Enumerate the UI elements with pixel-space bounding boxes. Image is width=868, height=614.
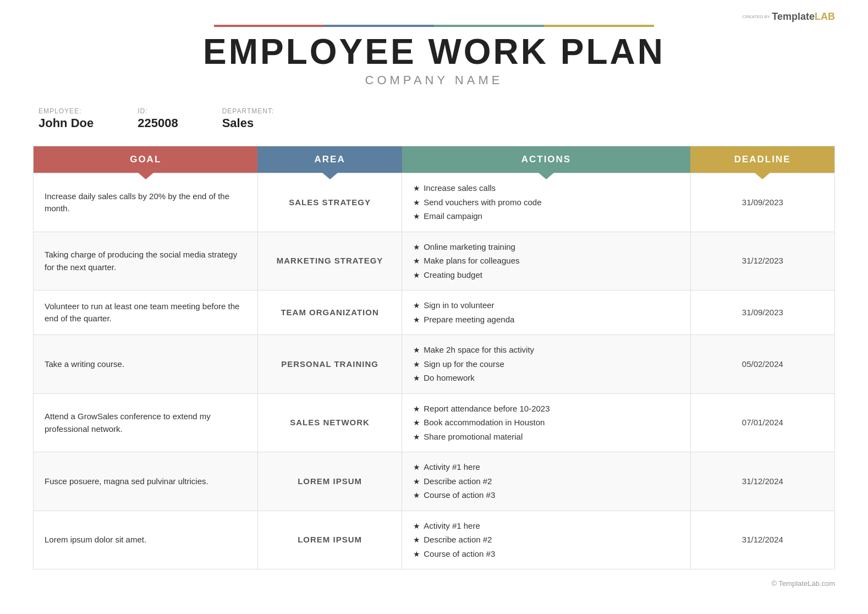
cell-area: PERSONAL TRAINING <box>257 335 402 394</box>
id-label: ID: <box>138 107 178 115</box>
star-icon: ★ <box>413 403 420 415</box>
action-item: ★Send vouchers with promo code <box>413 196 679 209</box>
action-item: ★Make 2h space for this activity <box>413 344 679 357</box>
deco-line-red <box>214 25 324 27</box>
action-text: Describe action #2 <box>424 534 492 546</box>
action-text: Email campaign <box>424 210 482 223</box>
cell-actions: ★Increase sales calls★Send vouchers with… <box>402 173 691 232</box>
action-text: Online marketing training <box>424 241 515 254</box>
cell-goal: Lorem ipsum dolor sit amet. <box>34 511 258 569</box>
deco-line-teal <box>434 25 544 27</box>
table-row: Attend a GrowSales conference to extend … <box>34 393 835 452</box>
cell-deadline: 07/01/2024 <box>690 393 834 452</box>
action-text: Course of action #3 <box>424 548 495 561</box>
id-block: ID: 225008 <box>138 107 178 130</box>
star-icon: ★ <box>413 255 420 267</box>
cell-actions: ★Activity #1 here★Describe action #2★Cou… <box>402 511 691 569</box>
star-icon: ★ <box>413 476 420 487</box>
action-item: ★Share promotional material <box>413 431 679 443</box>
cell-deadline: 05/02/2024 <box>690 335 834 394</box>
star-icon: ★ <box>413 549 420 560</box>
cell-deadline: 31/09/2023 <box>690 290 834 335</box>
star-icon: ★ <box>413 359 420 370</box>
work-plan-table: GOAL AREA ACTIONS DEADLINE Increase dail… <box>33 146 835 569</box>
star-icon: ★ <box>413 462 420 473</box>
action-text: Creating budget <box>424 269 482 282</box>
action-item: ★Describe action #2 <box>413 475 679 488</box>
action-item: ★Increase sales calls <box>413 182 679 195</box>
action-item: ★Make plans for colleagues <box>413 255 679 267</box>
logo-brand-part1: Template <box>772 11 815 22</box>
star-icon: ★ <box>413 242 420 253</box>
department-value: Sales <box>222 116 274 130</box>
department-block: DEPARTMENT: Sales <box>222 107 274 130</box>
cell-actions: ★Activity #1 here★Describe action #2★Cou… <box>402 452 691 511</box>
action-item: ★Prepare meeting agenda <box>413 314 679 326</box>
star-icon: ★ <box>413 344 420 356</box>
action-text: Share promotional material <box>424 431 523 443</box>
employee-label: EMPLOYEE: <box>39 107 94 115</box>
cell-deadline: 31/12/2023 <box>690 232 834 290</box>
cell-area: LOREM IPSUM <box>257 511 402 569</box>
action-text: Do homework <box>424 372 475 385</box>
employee-info: EMPLOYEE: John Doe ID: 225008 DEPARTMENT… <box>33 107 835 130</box>
table-header-row: GOAL AREA ACTIONS DEADLINE <box>34 146 835 173</box>
action-text: Make 2h space for this activity <box>424 344 534 357</box>
star-icon: ★ <box>413 211 420 222</box>
cell-actions: ★Make 2h space for this activity★Sign up… <box>402 335 691 394</box>
action-item: ★Activity #1 here <box>413 520 679 533</box>
action-text: Make plans for colleagues <box>424 255 519 267</box>
footer-text: © TemplateLab.com <box>771 579 835 588</box>
action-item: ★Course of action #3 <box>413 548 679 561</box>
table-row: Increase daily sales calls by 20% by the… <box>34 173 835 232</box>
logo-created-by: CREATED BY <box>743 15 771 19</box>
action-item: ★Describe action #2 <box>413 534 679 546</box>
logo-brand: TemplateLAB <box>772 11 835 23</box>
action-text: Report attendance before 10-2023 <box>424 403 550 415</box>
cell-goal: Taking charge of producing the social me… <box>34 232 258 290</box>
action-text: Send vouchers with promo code <box>424 196 541 209</box>
action-item: ★Course of action #3 <box>413 489 679 502</box>
action-text: Activity #1 here <box>424 461 480 474</box>
action-text: Describe action #2 <box>424 475 492 488</box>
action-item: ★Activity #1 here <box>413 461 679 474</box>
table-row: Taking charge of producing the social me… <box>34 232 835 290</box>
action-text: Increase sales calls <box>424 182 496 195</box>
star-icon: ★ <box>413 270 420 281</box>
decorative-lines <box>33 25 835 27</box>
header-area: AREA <box>257 146 402 173</box>
cell-goal: Attend a GrowSales conference to extend … <box>34 393 258 452</box>
action-text: Sign up for the course <box>424 358 504 371</box>
star-icon: ★ <box>413 431 420 443</box>
action-item: ★Sign up for the course <box>413 358 679 371</box>
action-item: ★Sign in to volunteer <box>413 299 679 312</box>
action-item: ★Book accommodation in Houston <box>413 416 679 429</box>
cell-area: LOREM IPSUM <box>257 452 402 511</box>
cell-goal: Increase daily sales calls by 20% by the… <box>34 173 258 232</box>
cell-deadline: 31/12/2024 <box>690 511 834 569</box>
action-item: ★Email campaign <box>413 210 679 223</box>
table-row: Fusce posuere, magna sed pulvinar ultric… <box>34 452 835 511</box>
star-icon: ★ <box>413 490 420 501</box>
employee-value: John Doe <box>39 116 94 130</box>
header-deadline: DEADLINE <box>690 146 834 173</box>
footer: © TemplateLab.com <box>33 579 835 588</box>
star-icon: ★ <box>413 183 420 194</box>
cell-actions: ★Sign in to volunteer★Prepare meeting ag… <box>402 290 691 335</box>
cell-area: TEAM ORGANIZATION <box>257 290 402 335</box>
action-item: ★Do homework <box>413 372 679 385</box>
star-icon: ★ <box>413 417 420 429</box>
main-title: EMPLOYEE WORK PLAN <box>33 32 835 71</box>
cell-deadline: 31/09/2023 <box>690 173 834 232</box>
action-text: Sign in to volunteer <box>424 299 494 312</box>
subtitle: COMPANY NAME <box>33 73 835 87</box>
id-value: 225008 <box>138 116 178 130</box>
deco-line-yellow <box>544 25 654 27</box>
action-item: ★Creating budget <box>413 269 679 282</box>
cell-goal: Fusce posuere, magna sed pulvinar ultric… <box>34 452 258 511</box>
star-icon: ★ <box>413 534 420 546</box>
action-text: Book accommodation in Houston <box>424 416 545 429</box>
cell-area: SALES NETWORK <box>257 393 402 452</box>
table-row: Volunteer to run at least one team meeti… <box>34 290 835 335</box>
star-icon: ★ <box>413 314 420 326</box>
